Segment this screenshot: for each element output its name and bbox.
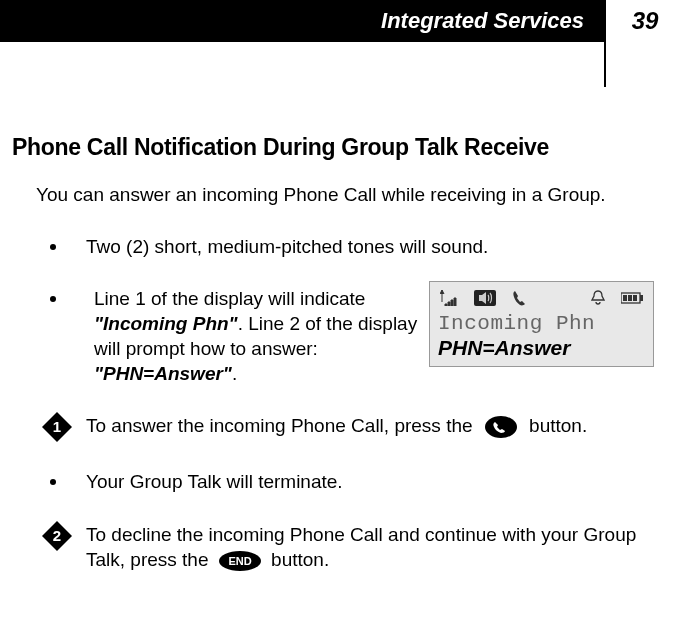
- page-header: Integrated Services 39: [0, 0, 684, 42]
- bullet-item: Two (2) short, medium-pitched tones will…: [50, 235, 654, 260]
- end-label: END: [228, 555, 251, 567]
- text-part: button.: [524, 415, 587, 436]
- header-divider: [604, 42, 606, 87]
- step-item: 2 To decline the incoming Phone Call and…: [42, 523, 654, 572]
- step-number: 2: [53, 527, 61, 544]
- phone-button-icon: [484, 415, 518, 439]
- emphasis-text: "PHN=Answer": [94, 363, 232, 384]
- bullet-item: Your Group Talk will terminate.: [50, 470, 654, 495]
- text-part: .: [232, 363, 237, 384]
- phone-handset-icon: [512, 290, 526, 306]
- page-number: 39: [632, 7, 659, 35]
- header-bar: Integrated Services: [0, 0, 604, 42]
- display-status-icons: [438, 288, 645, 308]
- bullet-text: Two (2) short, medium-pitched tones will…: [86, 235, 654, 260]
- intro-text: You can answer an incoming Phone Call wh…: [36, 183, 654, 207]
- page-number-box: 39: [604, 0, 684, 42]
- svg-point-7: [485, 416, 517, 438]
- bell-icon: [591, 290, 605, 306]
- signal-icon: [440, 290, 458, 306]
- svg-rect-3: [623, 295, 627, 301]
- bullet-text: Your Group Talk will terminate.: [86, 470, 654, 495]
- text-part: Line 1 of the display will indicate: [94, 288, 365, 309]
- bullet-icon: [50, 244, 56, 250]
- step-number-badge: 1: [42, 412, 72, 442]
- battery-icon: [621, 292, 643, 304]
- step-text: To decline the incoming Phone Call and c…: [86, 523, 654, 572]
- end-button-icon: END: [218, 550, 262, 572]
- header-title: Integrated Services: [381, 8, 584, 34]
- bullet-icon: [50, 479, 56, 485]
- step-number-badge: 2: [42, 521, 72, 551]
- svg-rect-5: [633, 295, 637, 301]
- text-part: To answer the incoming Phone Call, press…: [86, 415, 478, 436]
- speaker-icon: [474, 290, 496, 306]
- svg-rect-4: [628, 295, 632, 301]
- bullet-text: Line 1 of the display will indicate "Inc…: [94, 287, 421, 386]
- step-text: To answer the incoming Phone Call, press…: [86, 414, 654, 439]
- text-part: To decline the incoming Phone Call and c…: [86, 524, 636, 570]
- display-line-1: Incoming Phn: [438, 312, 645, 335]
- emphasis-text: "Incoming Phn": [94, 313, 238, 334]
- content: Phone Call Notification During Group Tal…: [0, 134, 684, 572]
- step-number: 1: [53, 418, 61, 435]
- section-title: Phone Call Notification During Group Tal…: [12, 134, 654, 161]
- bullet-icon: [50, 296, 56, 302]
- step-item: 1 To answer the incoming Phone Call, pre…: [42, 414, 654, 442]
- text-part: button.: [266, 549, 329, 570]
- phone-display: Incoming Phn PHN=Answer: [429, 281, 654, 367]
- bullet-item: Line 1 of the display will indicate "Inc…: [50, 287, 654, 386]
- display-line-2: PHN=Answer: [438, 336, 645, 360]
- svg-rect-2: [640, 295, 643, 301]
